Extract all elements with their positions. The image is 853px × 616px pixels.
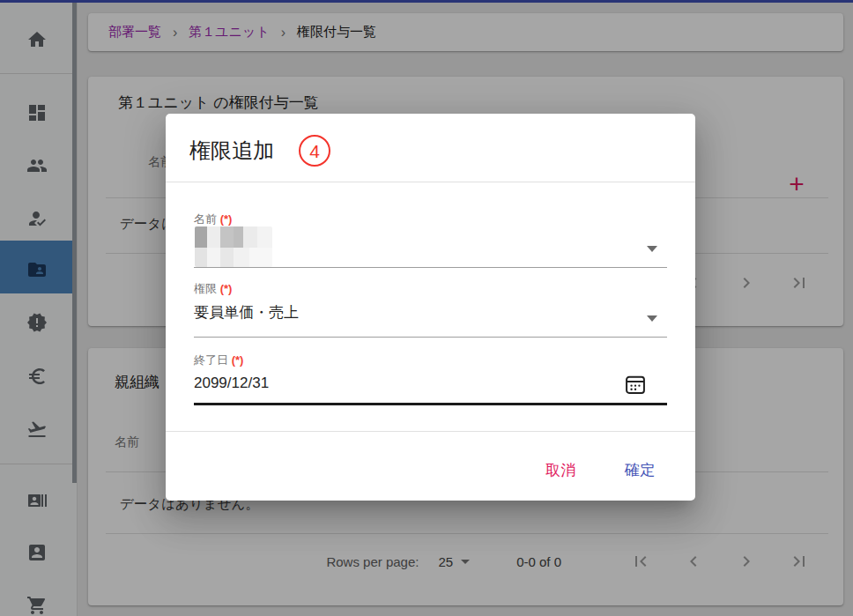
end-date-field-label: 終了日 (*)	[194, 353, 243, 368]
end-date-label-text: 終了日	[194, 353, 228, 367]
required-mark: (*)	[232, 353, 244, 367]
dialog-divider	[166, 182, 695, 182]
annotation-number: 4	[309, 142, 320, 160]
cancel-button[interactable]: 取消	[545, 460, 576, 480]
permission-label-text: 権限	[194, 282, 217, 295]
calendar-picker-button[interactable]	[621, 370, 649, 398]
required-mark: (*)	[220, 282, 233, 295]
dialog-actions-divider	[166, 431, 695, 432]
confirm-button[interactable]: 確定	[625, 460, 656, 480]
end-date-input-value[interactable]: 2099/12/31	[194, 375, 269, 392]
name-dropdown-arrow-icon[interactable]	[647, 246, 657, 252]
annotation-circle-4: 4	[299, 135, 330, 167]
permission-field-label: 権限 (*)	[194, 281, 232, 297]
name-label-text: 名前	[194, 212, 217, 226]
add-permission-dialog: 権限追加 4 名前 (*) 権限 (*) 要員単価・売上 終了日 (*) 209…	[166, 114, 695, 501]
permission-dropdown-arrow-icon[interactable]	[647, 315, 657, 322]
required-mark: (*)	[220, 212, 233, 226]
dialog-title: 権限追加	[189, 137, 274, 165]
permission-select-value[interactable]: 要員単価・売上	[194, 302, 299, 323]
name-select-redacted-value[interactable]	[195, 226, 272, 267]
name-field-label: 名前 (*)	[194, 212, 232, 227]
permission-field-underline	[194, 337, 667, 338]
calendar-icon	[623, 372, 648, 397]
name-field-underline	[194, 267, 667, 268]
end-date-field-underline-focused	[194, 403, 667, 405]
